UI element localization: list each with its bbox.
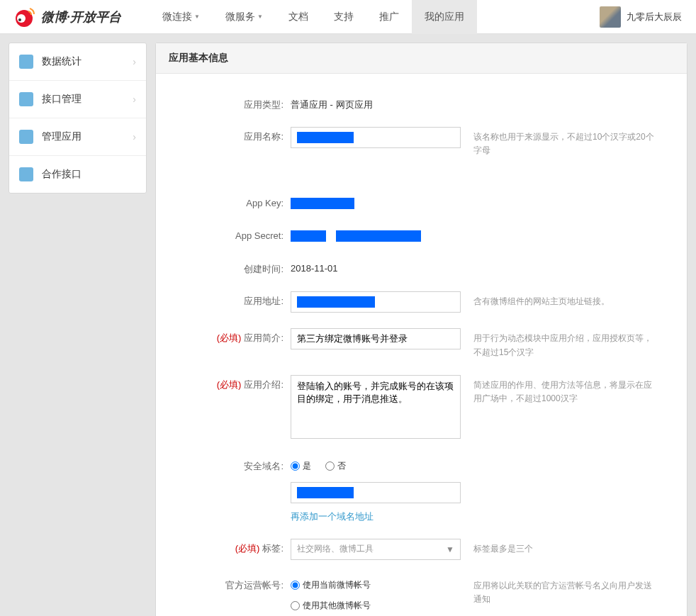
radio-safe-no[interactable]: 否 [325,460,346,472]
help-app-desc: 简述应用的作用、使用方法等信息，将显示在应用广场中，不超过1000汉字 [461,375,659,405]
sidebar-item-label: 合作接口 [42,168,82,181]
label-create-time: 创建时间: [170,259,291,276]
chevron-right-icon: › [133,56,136,67]
chart-icon [19,55,33,69]
radio-official-other[interactable]: 使用其他微博帐号 [291,600,461,612]
label-app-desc: (必填)应用介绍: [170,375,291,391]
label-app-name: 应用名称: [170,127,291,143]
nav-docs[interactable]: 文档 [276,0,321,34]
select-tags[interactable]: 社交网络、微博工具 ▼ [291,539,461,560]
value-create-time: 2018-11-01 [291,259,338,274]
input-app-name[interactable] [291,127,461,148]
logo[interactable]: 微博·开放平台 [14,6,121,28]
content-panel: 应用基本信息 应用类型: 普通应用 - 网页应用 应用名称: 该名称也用于来源显… [155,43,687,616]
input-app-brief[interactable] [291,328,461,349]
avatar [600,6,621,28]
label-app-type: 应用类型: [170,95,291,111]
sidebar: 数据统计 › 接口管理 › 管理应用 › 合作接口 [9,43,147,194]
sidebar-item-label: 数据统计 [42,55,82,68]
sidebar-item-label: 管理应用 [42,130,82,143]
nav-bar: 微连接▼ 微服务▼ 文档 支持 推广 我的应用 [150,0,477,34]
svg-point-2 [18,18,21,21]
help-tags: 标签最多是三个 [461,539,659,556]
nav-weilianjie[interactable]: 微连接▼ [150,0,213,34]
nav-promote[interactable]: 推广 [366,0,412,34]
label-app-brief: (必填)应用简介: [170,328,291,345]
label-tags: (必填)标签: [170,539,291,555]
input-safe-domain[interactable] [291,482,461,503]
radio-safe-yes[interactable]: 是 [291,460,311,472]
help-app-name: 该名称也用于来源显示，不超过10个汉字或20个字母 [461,127,659,157]
input-app-url[interactable] [291,291,461,313]
sidebar-item-stats[interactable]: 数据统计 › [9,43,146,81]
sidebar-item-partner[interactable]: 合作接口 [9,156,146,193]
label-official: 官方运营帐号: [170,576,291,592]
sidebar-item-label: 接口管理 [42,93,82,106]
label-safe-domain: 安全域名: [170,457,291,473]
nav-myapps[interactable]: 我的应用 [412,0,477,34]
sidebar-item-manage[interactable]: 管理应用 › [9,118,146,156]
help-app-brief: 用于行为动态模块中应用介绍，应用授权页等，不超过15个汉字 [461,328,659,359]
plug-icon [19,92,33,106]
help-app-url: 含有微博组件的网站主页地址链接。 [461,291,659,308]
panel-title: 应用基本信息 [156,43,687,74]
value-app-key [291,194,354,211]
value-app-type: 普通应用 - 网页应用 [291,95,373,111]
svg-point-1 [17,14,26,23]
help-official: 应用将以此关联的官方运营帐号名义向用户发送通知 [461,576,659,606]
username: 九零后大辰辰 [627,11,682,23]
logo-text: 微博·开放平台 [41,9,121,26]
weibo-logo-icon [14,6,37,28]
nav-support[interactable]: 支持 [321,0,366,34]
label-app-url: 应用地址: [170,291,291,308]
sidebar-item-api[interactable]: 接口管理 › [9,81,146,118]
link-add-domain[interactable]: 再添加一个域名地址 [291,510,461,523]
label-app-key: App Key: [170,194,291,208]
textarea-app-desc[interactable]: 登陆输入的账号，并完成账号的在该项目的绑定，用于消息推送。 [291,375,461,439]
caret-down-icon: ▼ [194,13,200,20]
stack-icon [19,130,33,144]
caret-down-icon: ▼ [257,13,263,20]
label-app-secret: App Secret: [170,227,291,241]
chevron-right-icon: › [133,131,136,142]
chevron-right-icon: › [133,94,136,105]
radio-official-current[interactable]: 使用当前微博帐号 [291,579,461,591]
header: 微博·开放平台 微连接▼ 微服务▼ 文档 支持 推广 我的应用 九零后大辰辰 [0,0,696,34]
user-area[interactable]: 九零后大辰辰 [600,6,682,28]
value-app-secret [291,227,421,244]
sliders-icon [19,167,33,181]
caret-down-icon: ▼ [446,544,454,554]
nav-weifuwu[interactable]: 微服务▼ [213,0,276,34]
